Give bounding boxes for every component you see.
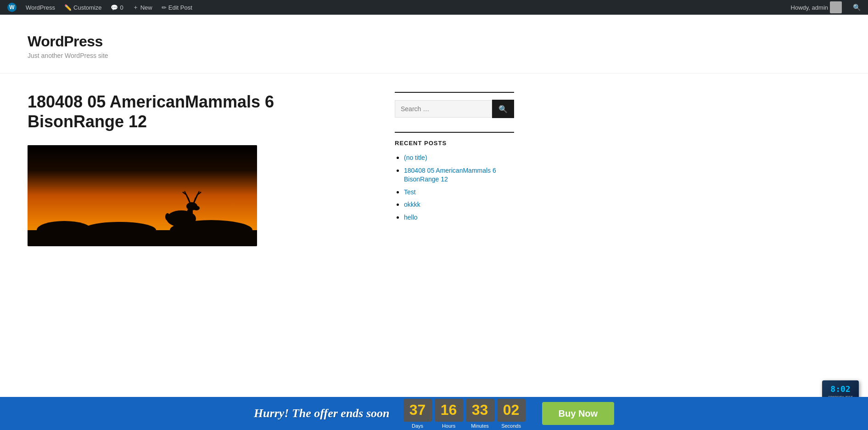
recent-post-link-3[interactable]: Test <box>404 188 416 196</box>
recent-posts-title: RECENT POSTS <box>395 140 514 147</box>
deer-svg <box>28 145 257 246</box>
list-item: Test <box>404 188 514 197</box>
wp-logo-item[interactable]: W <box>4 0 20 15</box>
search-button-icon: 🔍 <box>498 105 508 113</box>
minutes-label: Minutes <box>471 423 489 429</box>
minutes-value: 33 <box>466 399 494 422</box>
svg-rect-10 <box>179 225 183 240</box>
minutes-unit: 33 Minutes <box>466 399 494 429</box>
svg-point-3 <box>83 222 156 238</box>
avatar <box>830 1 842 13</box>
edit-post-link[interactable]: ✏ Edit Post <box>158 0 196 15</box>
hours-unit: 16 Hours <box>435 399 463 429</box>
post-image <box>28 145 257 246</box>
svg-point-21 <box>165 213 170 221</box>
countdown-units: 37 Days 16 Hours 33 Minutes 02 Seconds <box>403 399 526 429</box>
offer-text: Hurry! The offer ends soon <box>254 407 390 420</box>
list-item: okkkk <box>404 200 514 209</box>
recent-post-link-2[interactable]: 180408 05 AmericanMammals 6 BisonRange 1… <box>404 167 496 183</box>
search-form: 🔍 <box>395 100 514 118</box>
days-label: Days <box>412 423 423 429</box>
recent-post-link-1[interactable]: (no title) <box>404 154 427 161</box>
howdy-label: Howdy, admin <box>791 4 828 11</box>
search-input[interactable] <box>395 100 492 118</box>
main-layout: 180408 05 AmericanMammals 6 BisonRange 1… <box>0 74 868 265</box>
svg-rect-11 <box>185 225 189 240</box>
search-bar-item[interactable]: 🔍 <box>849 4 864 11</box>
wp-logo-icon: W <box>7 3 17 12</box>
page-wrapper: WordPress Just another WordPress site 18… <box>0 15 868 430</box>
product-clock: 8:02 <box>826 384 855 394</box>
svg-rect-12 <box>191 225 195 239</box>
hours-value: 16 <box>435 399 463 422</box>
comments-icon: 💬 <box>111 4 118 11</box>
new-label: New <box>140 4 152 11</box>
site-header: WordPress Just another WordPress site <box>0 15 868 74</box>
svg-point-8 <box>193 206 200 210</box>
seconds-label: Seconds <box>501 423 521 429</box>
search-widget: 🔍 <box>395 92 514 118</box>
howdy-item[interactable]: Howdy, admin <box>787 1 846 13</box>
countdown-bar: Hurry! The offer ends soon 37 Days 16 Ho… <box>0 397 868 430</box>
list-item: 180408 05 AmericanMammals 6 BisonRange 1… <box>404 166 514 184</box>
seconds-value: 02 <box>497 399 526 422</box>
svg-rect-6 <box>187 209 193 221</box>
customize-icon: ✏️ <box>64 4 72 11</box>
recent-post-link-4[interactable]: okkkk <box>404 201 420 208</box>
post-title: 180408 05 AmericanMammals 6 BisonRange 1… <box>28 92 358 131</box>
wordpress-label: WordPress <box>26 4 55 11</box>
recent-posts-list: (no title) 180408 05 AmericanMammals 6 B… <box>395 153 514 222</box>
edit-post-label: Edit Post <box>168 4 192 11</box>
sidebar: 🔍 RECENT POSTS (no title) 180408 05 Amer… <box>376 74 514 265</box>
comments-count: 0 <box>120 4 123 11</box>
edit-icon: ✏ <box>162 4 167 11</box>
svg-rect-9 <box>174 225 177 239</box>
search-bar-icon: 🔍 <box>853 4 861 11</box>
recent-post-link-5[interactable]: hello <box>404 214 418 221</box>
customize-label: Customize <box>73 4 101 11</box>
search-button[interactable]: 🔍 <box>492 100 514 118</box>
list-item: (no title) <box>404 153 514 163</box>
site-title: WordPress <box>28 33 840 50</box>
new-link[interactable]: ＋ New <box>129 0 156 15</box>
comments-link[interactable]: 💬 0 <box>107 0 127 15</box>
admin-bar-right: Howdy, admin 🔍 <box>787 1 864 13</box>
hours-label: Hours <box>442 423 455 429</box>
days-value: 37 <box>403 399 432 422</box>
days-unit: 37 Days <box>403 399 432 429</box>
buy-now-button[interactable]: Buy Now <box>542 402 615 425</box>
recent-posts-widget: RECENT POSTS (no title) 180408 05 Americ… <box>395 132 514 222</box>
list-item: hello <box>404 213 514 222</box>
customize-link[interactable]: ✏️ Customize <box>61 0 105 15</box>
seconds-unit: 02 Seconds <box>497 399 526 429</box>
admin-bar: W WordPress ✏️ Customize 💬 0 ＋ New ✏ Edi… <box>0 0 868 15</box>
wordpress-link[interactable]: WordPress <box>22 0 59 15</box>
content-area: 180408 05 AmericanMammals 6 BisonRange 1… <box>28 74 376 265</box>
site-description: Just another WordPress site <box>28 52 840 59</box>
new-icon: ＋ <box>133 3 139 11</box>
